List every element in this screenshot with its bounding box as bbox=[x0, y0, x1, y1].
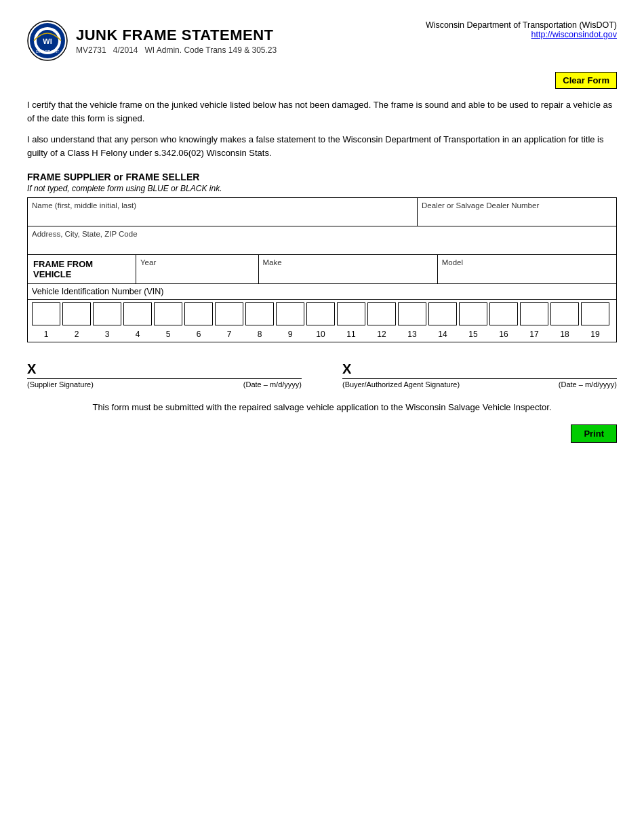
address-row: Address, City, State, ZIP Code bbox=[27, 226, 617, 254]
vin-position-17: 17 bbox=[520, 330, 548, 339]
year-label: Year bbox=[140, 258, 254, 266]
print-btn-wrapper: Print bbox=[27, 418, 617, 443]
section-heading: FRAME SUPPLIER or FRAME SELLER bbox=[27, 172, 617, 182]
vin-position-2: 2 bbox=[62, 330, 91, 339]
vin-box-13[interactable] bbox=[398, 302, 426, 325]
vin-box-7[interactable] bbox=[215, 302, 243, 325]
vin-position-19: 19 bbox=[581, 330, 609, 339]
vin-box-1[interactable] bbox=[32, 302, 60, 325]
name-input[interactable] bbox=[32, 212, 413, 222]
dealer-cell: Dealer or Salvage Dealer Number bbox=[418, 198, 616, 226]
vin-position-1: 1 bbox=[32, 330, 60, 339]
form-title-block: JUNK FRAME STATEMENT MV2731 4/2014 WI Ad… bbox=[76, 26, 277, 55]
model-input[interactable] bbox=[442, 269, 612, 279]
vin-box-17[interactable] bbox=[520, 302, 548, 325]
form-number: MV2731 bbox=[76, 45, 106, 55]
form-title: JUNK FRAME STATEMENT bbox=[76, 26, 277, 44]
vin-position-11: 11 bbox=[337, 330, 365, 339]
svg-text:WI: WI bbox=[43, 37, 52, 45]
make-cell: Make bbox=[259, 255, 438, 283]
address-label: Address, City, State, ZIP Code bbox=[32, 230, 612, 238]
wisdot-logo: WI DEPARTMENT bbox=[27, 20, 68, 61]
vin-box-15[interactable] bbox=[459, 302, 487, 325]
clear-form-button[interactable]: Clear Form bbox=[555, 72, 617, 89]
vin-box-5[interactable] bbox=[154, 302, 182, 325]
header-right: Wisconsin Department of Transportation (… bbox=[426, 20, 617, 39]
supplier-signature-block: X (Supplier Signature) (Date – m/d/yyyy) bbox=[27, 361, 302, 389]
supplier-x: X bbox=[27, 361, 302, 377]
vin-position-3: 3 bbox=[93, 330, 121, 339]
section-subheading: If not typed, complete form using BLUE o… bbox=[27, 184, 617, 193]
header-left: WI DEPARTMENT JUNK FRAME STATEMENT MV273… bbox=[27, 20, 277, 61]
vin-position-6: 6 bbox=[184, 330, 213, 339]
address-input[interactable] bbox=[32, 241, 612, 251]
vin-box-3[interactable] bbox=[93, 302, 121, 325]
buyer-date-label: (Date – m/d/yyyy) bbox=[559, 380, 617, 389]
buyer-signature-block: X (Buyer/Authorized Agent Signature) (Da… bbox=[342, 361, 617, 389]
vin-box-8[interactable] bbox=[245, 302, 274, 325]
body-paragraph-2: I also understand that any person who kn… bbox=[27, 133, 617, 159]
vin-position-18: 18 bbox=[550, 330, 579, 339]
buyer-label: (Buyer/Authorized Agent Signature) bbox=[342, 380, 460, 389]
dealer-input[interactable] bbox=[422, 212, 612, 222]
vin-label: Vehicle Identification Number (VIN) bbox=[28, 284, 616, 300]
vin-box-10[interactable] bbox=[306, 302, 335, 325]
frame-info-row: FRAME FROM VEHICLE Year Make Model bbox=[27, 254, 617, 283]
supplier-labels: (Supplier Signature) (Date – m/d/yyyy) bbox=[27, 380, 302, 389]
supplier-label: (Supplier Signature) bbox=[27, 380, 94, 389]
vin-section: Vehicle Identification Number (VIN) 1234… bbox=[27, 283, 617, 342]
print-button[interactable]: Print bbox=[571, 424, 617, 443]
year-cell: Year bbox=[136, 255, 259, 283]
model-label: Model bbox=[442, 258, 612, 266]
vin-numbers-row: 12345678910111213141516171819 bbox=[28, 328, 616, 342]
form-subtitle: MV2731 4/2014 WI Admin. Code Trans 149 &… bbox=[76, 45, 277, 55]
vin-box-2[interactable] bbox=[62, 302, 91, 325]
vin-box-16[interactable] bbox=[489, 302, 518, 325]
make-input[interactable] bbox=[263, 269, 433, 279]
buyer-x: X bbox=[342, 361, 617, 377]
vin-position-14: 14 bbox=[428, 330, 457, 339]
vin-box-4[interactable] bbox=[123, 302, 152, 325]
vin-position-9: 9 bbox=[276, 330, 304, 339]
agency-name: Wisconsin Department of Transportation (… bbox=[426, 20, 617, 30]
vin-box-18[interactable] bbox=[550, 302, 579, 325]
agency-website[interactable]: http://wisconsindot.gov bbox=[531, 30, 617, 39]
year-input[interactable] bbox=[140, 269, 254, 279]
vin-box-14[interactable] bbox=[428, 302, 457, 325]
vin-position-10: 10 bbox=[306, 330, 335, 339]
vin-position-4: 4 bbox=[123, 330, 152, 339]
vin-position-13: 13 bbox=[398, 330, 426, 339]
supplier-signature-line bbox=[27, 378, 302, 379]
name-dealer-row: Name (first, middle initial, last) Deale… bbox=[27, 197, 617, 226]
vin-position-15: 15 bbox=[459, 330, 487, 339]
vin-box-9[interactable] bbox=[276, 302, 304, 325]
form-code: WI Admin. Code Trans 149 & 305.23 bbox=[144, 45, 277, 55]
name-label: Name (first, middle initial, last) bbox=[32, 201, 413, 210]
dealer-label: Dealer or Salvage Dealer Number bbox=[422, 201, 612, 210]
vin-position-16: 16 bbox=[489, 330, 518, 339]
vin-position-8: 8 bbox=[245, 330, 274, 339]
vin-box-11[interactable] bbox=[337, 302, 365, 325]
vin-position-5: 5 bbox=[154, 330, 182, 339]
frame-from-vehicle-label: FRAME FROM VEHICLE bbox=[28, 255, 136, 283]
model-cell: Model bbox=[438, 255, 616, 283]
buyer-signature-line bbox=[342, 378, 617, 379]
buyer-labels: (Buyer/Authorized Agent Signature) (Date… bbox=[342, 380, 617, 389]
vin-position-12: 12 bbox=[367, 330, 396, 339]
make-label: Make bbox=[263, 258, 433, 266]
name-cell: Name (first, middle initial, last) bbox=[28, 198, 418, 226]
vin-box-6[interactable] bbox=[184, 302, 213, 325]
vin-box-12[interactable] bbox=[367, 302, 396, 325]
vin-position-7: 7 bbox=[215, 330, 243, 339]
supplier-date-label: (Date – m/d/yyyy) bbox=[243, 380, 302, 389]
signature-section: X (Supplier Signature) (Date – m/d/yyyy)… bbox=[27, 361, 617, 389]
page-header: WI DEPARTMENT JUNK FRAME STATEMENT MV273… bbox=[27, 20, 617, 61]
body-paragraph-1: I certify that the vehicle frame on the … bbox=[27, 98, 617, 125]
vin-box-19[interactable] bbox=[581, 302, 609, 325]
clear-form-wrapper: Clear Form bbox=[27, 68, 617, 89]
vin-boxes-row bbox=[28, 300, 616, 328]
footer-text: This form must be submitted with the rep… bbox=[27, 402, 617, 412]
svg-text:DEPARTMENT: DEPARTMENT bbox=[36, 49, 59, 54]
form-date: 4/2014 bbox=[113, 45, 138, 55]
